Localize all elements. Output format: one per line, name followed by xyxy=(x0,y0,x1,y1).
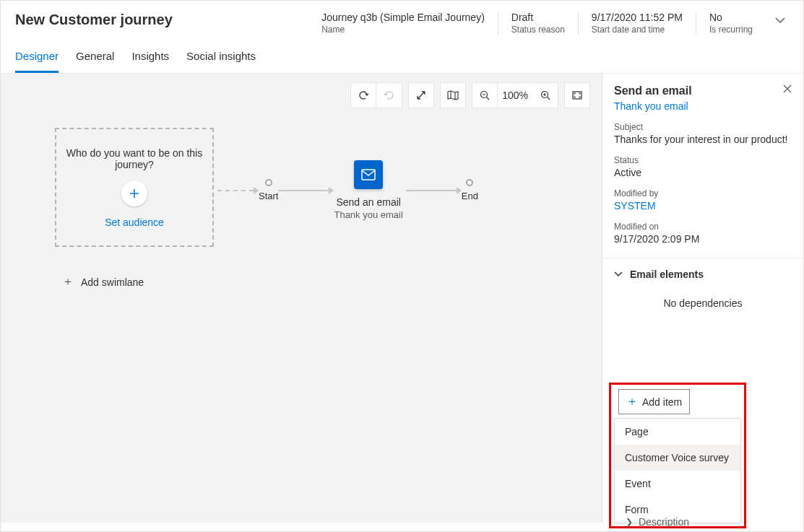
plus-icon: ＋ xyxy=(62,274,74,289)
header-fields: Journey q3b (Simple Email Journey) Name … xyxy=(308,12,766,35)
header-field-name[interactable]: Journey q3b (Simple Email Journey) Name xyxy=(308,12,498,35)
no-dependencies-label: No dependencies xyxy=(602,290,803,323)
fit-button[interactable] xyxy=(408,82,434,108)
close-icon xyxy=(783,84,792,93)
end-dot-icon xyxy=(466,179,473,186)
zoom-in-button[interactable] xyxy=(532,82,558,108)
redo-button[interactable] xyxy=(376,82,402,108)
end-node[interactable]: End xyxy=(462,179,478,201)
add-item-button[interactable]: ＋ Add item xyxy=(618,389,690,414)
svg-rect-2 xyxy=(573,92,582,99)
field-label: Modified on xyxy=(614,222,792,232)
email-tile[interactable] xyxy=(354,160,383,189)
email-node[interactable]: Send an email Thank you email xyxy=(334,160,402,220)
email-node-subtitle: Thank you email xyxy=(334,209,402,220)
end-label: End xyxy=(462,191,478,201)
arrow-head-icon xyxy=(329,187,334,194)
add-swimlane-button[interactable]: ＋ Add swimlane xyxy=(62,274,144,289)
panel-title: Send an email xyxy=(614,84,692,97)
envelope-icon xyxy=(361,169,376,180)
dropdown-item-customer-voice[interactable]: Customer Voice survey xyxy=(615,445,740,471)
section-title: Email elements xyxy=(630,269,704,280)
tab-general[interactable]: General xyxy=(76,43,114,73)
audience-question: Who do you want to be on this journey? xyxy=(64,147,205,170)
page-title: New Customer journey xyxy=(15,12,173,28)
header-field-label: Status reason xyxy=(511,25,565,35)
designer-canvas[interactable]: 100% Who do you want to be on this journ… xyxy=(1,74,602,523)
tab-insights[interactable]: Insights xyxy=(131,43,169,73)
fullscreen-button[interactable] xyxy=(564,82,590,108)
email-elements-section: Email elements No dependencies xyxy=(602,258,803,323)
header-field-value: Draft xyxy=(511,12,565,23)
field-modifiedon: Modified on 9/17/2020 2:09 PM xyxy=(602,219,803,252)
tab-social-insights[interactable]: Social insights xyxy=(186,43,256,73)
connector xyxy=(278,190,329,191)
description-section-header[interactable]: ❯ Description xyxy=(626,516,689,528)
header-field-value: No xyxy=(709,12,753,23)
start-label: Start xyxy=(259,191,278,201)
description-label: Description xyxy=(639,516,689,528)
close-panel-button[interactable] xyxy=(783,84,792,93)
field-subject: Subject Thanks for your interest in our … xyxy=(602,119,803,152)
header-field-value: Journey q3b (Simple Email Journey) xyxy=(321,12,485,23)
header-field-label: Start date and time xyxy=(592,25,683,35)
connector-dashed xyxy=(217,190,254,191)
header-field-status[interactable]: Draft Status reason xyxy=(498,12,578,35)
zoom-out-button[interactable] xyxy=(472,82,498,108)
map-button[interactable] xyxy=(440,82,466,108)
plus-icon: ＋ xyxy=(626,394,638,409)
field-value: 9/17/2020 2:09 PM xyxy=(614,233,792,245)
field-value: Active xyxy=(614,167,792,178)
header-field-label: Is recurring xyxy=(709,25,753,35)
dropdown-item-page[interactable]: Page xyxy=(615,419,740,445)
highlight-annotation: ＋ Add item Page Customer Voice survey Ev… xyxy=(609,383,746,528)
add-item-dropdown: Page Customer Voice survey Event Form xyxy=(614,418,741,523)
header-field-label: Name xyxy=(321,25,485,35)
header-field-recurring[interactable]: No Is recurring xyxy=(696,12,766,35)
field-value-link[interactable]: SYSTEM xyxy=(614,200,792,212)
add-swimlane-label: Add swimlane xyxy=(81,276,144,288)
start-node[interactable]: Start xyxy=(259,179,278,201)
field-label: Status xyxy=(614,155,792,165)
arrow-head-icon xyxy=(457,187,462,194)
add-audience-button[interactable] xyxy=(121,180,147,206)
field-value: Thanks for your interest in our product! xyxy=(614,134,792,145)
expand-header-icon[interactable] xyxy=(771,12,789,23)
page-header: New Customer journey Journey q3b (Simple… xyxy=(1,1,803,43)
chevron-down-icon xyxy=(614,271,623,277)
svg-rect-3 xyxy=(362,170,375,180)
chevron-right-icon: ❯ xyxy=(626,517,633,527)
field-modifiedby: Modified by SYSTEM xyxy=(602,186,803,219)
undo-button[interactable] xyxy=(350,82,376,108)
canvas-toolbar: 100% xyxy=(350,82,590,108)
header-field-value: 9/17/2020 11:52 PM xyxy=(592,12,683,23)
email-node-title: Send an email xyxy=(336,196,401,208)
start-dot-icon xyxy=(265,179,272,186)
section-header[interactable]: Email elements xyxy=(602,269,803,290)
set-audience-link[interactable]: Set audience xyxy=(105,217,164,228)
tab-designer[interactable]: Designer xyxy=(15,43,59,73)
field-status: Status Active xyxy=(602,152,803,186)
field-label: Subject xyxy=(614,122,792,132)
add-item-label: Add item xyxy=(642,396,682,408)
audience-placeholder[interactable]: Who do you want to be on this journey? S… xyxy=(55,128,214,247)
field-label: Modified by xyxy=(614,188,792,199)
plus-icon xyxy=(129,188,140,199)
header-field-startdate[interactable]: 9/17/2020 11:52 PM Start date and time xyxy=(578,12,696,35)
dropdown-item-event[interactable]: Event xyxy=(615,471,740,497)
journey-flow: Start Send an email Thank you email End xyxy=(217,160,478,220)
connector xyxy=(406,190,457,191)
panel-email-link[interactable]: Thank you email xyxy=(602,100,803,119)
arrow-head-icon xyxy=(254,187,259,194)
zoom-level: 100% xyxy=(498,82,532,108)
tab-bar: Designer General Insights Social insight… xyxy=(1,43,803,74)
